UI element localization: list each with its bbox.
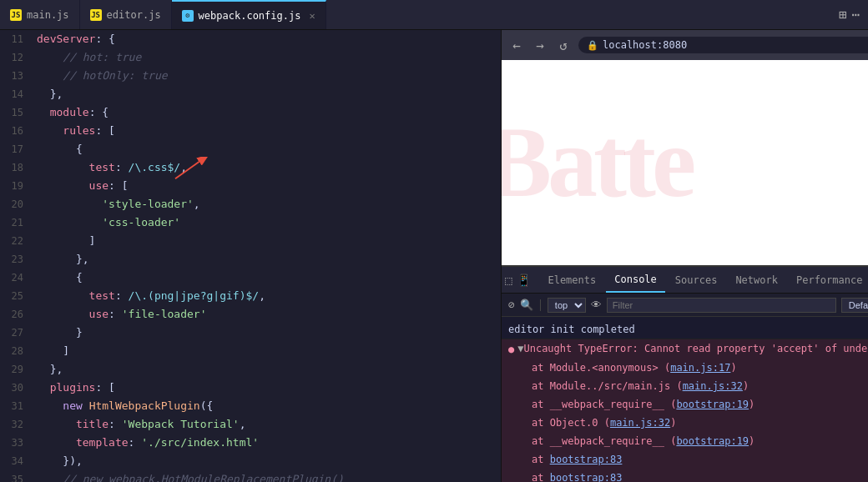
tab-console[interactable]: Console xyxy=(606,267,665,293)
line-content: test: /\.css$/, xyxy=(33,158,501,177)
filter-icon[interactable]: 🔍 xyxy=(520,299,533,311)
code-line-17: 17 { xyxy=(0,140,501,158)
clear-console-icon[interactable]: ⊘ xyxy=(508,299,515,311)
stack-line: at bootstrap:83 xyxy=(508,470,628,482)
line-number: 15 xyxy=(0,103,33,122)
code-editor[interactable]: 11devServer: {12 // hot: true13 // hotOn… xyxy=(0,30,501,482)
line-content: template: './src/index.html' xyxy=(33,434,501,452)
split-editor-icon[interactable]: ⊞ xyxy=(839,7,847,23)
line-content: }), xyxy=(33,452,501,470)
tab-elements[interactable]: Elements xyxy=(539,267,604,293)
separator xyxy=(540,299,541,311)
error-main-text: ▼Uncaught TypeError: Cannot read propert… xyxy=(517,341,868,356)
code-line-13: 13 // hotOnly: true xyxy=(0,67,501,85)
code-line-34: 34 }), xyxy=(0,452,501,470)
code-line-26: 26 use: 'file-loader' xyxy=(0,305,501,324)
console-msg-error: ●▼Uncaught TypeError: Cannot read proper… xyxy=(502,339,868,482)
website-preview: Batte xyxy=(502,60,868,265)
line-number: 23 xyxy=(0,250,33,269)
back-button[interactable]: ← xyxy=(508,37,525,53)
tab-webpack-config[interactable]: ⚙ webpack.config.js ✕ xyxy=(172,0,326,29)
url-bar[interactable]: 🔒 localhost:8080 xyxy=(578,37,868,53)
code-line-31: 31 new HtmlWebpackPlugin({ xyxy=(0,397,501,415)
forward-button[interactable]: → xyxy=(532,37,548,53)
line-number: 14 xyxy=(0,85,33,103)
line-number: 24 xyxy=(0,269,33,287)
close-tab-webpack[interactable]: ✕ xyxy=(309,10,315,22)
devtools-tabs: ⬚ 📱 Elements Console Sources Network Per… xyxy=(502,267,868,294)
line-content: rules: [ xyxy=(33,122,501,140)
line-content: }, xyxy=(33,85,501,103)
line-content: } xyxy=(33,324,501,342)
eye-icon[interactable]: 👁 xyxy=(591,299,602,311)
code-line-19: 19 use: [ xyxy=(0,177,501,195)
line-content: devServer: { xyxy=(33,30,501,48)
line-number: 20 xyxy=(0,195,33,213)
code-line-21: 21 'css-loader' xyxy=(0,213,501,232)
line-content: ] xyxy=(33,232,501,250)
inspect-icon[interactable]: ⬚ xyxy=(505,274,512,287)
line-number: 32 xyxy=(0,415,33,434)
lock-icon: 🔒 xyxy=(587,40,598,51)
line-content: // hot: true xyxy=(33,48,501,67)
console-msg-info: editor init completed xyxy=(502,320,868,339)
line-number: 18 xyxy=(0,158,33,177)
line-content: new HtmlWebpackPlugin({ xyxy=(33,397,501,415)
tab-label-webpack: webpack.config.js xyxy=(199,10,301,22)
tab-performance[interactable]: Performance xyxy=(788,267,868,293)
more-actions-icon[interactable]: ⋯ xyxy=(851,7,860,23)
stack-line: at __webpack_require__ (bootstrap:19) xyxy=(508,397,761,412)
brand-logo: Batte xyxy=(502,105,692,220)
js-icon-editor: JS xyxy=(90,9,102,21)
editor-panel: 11devServer: {12 // hot: true13 // hotOn… xyxy=(0,30,501,482)
config-icon: ⚙ xyxy=(182,10,194,22)
line-number: 27 xyxy=(0,324,33,342)
code-line-29: 29 }, xyxy=(0,360,501,379)
error-icon: ● xyxy=(508,342,514,357)
code-line-11: 11devServer: { xyxy=(0,30,501,48)
code-line-24: 24 { xyxy=(0,269,501,287)
code-line-30: 30 plugins: [ xyxy=(0,379,501,397)
line-number: 16 xyxy=(0,122,33,140)
url-text: localhost:8080 xyxy=(603,39,687,51)
stack-line: at Module../src/main.js (main.js:32) xyxy=(508,379,755,394)
line-number: 26 xyxy=(0,305,33,324)
reload-button[interactable]: ↺ xyxy=(555,37,572,53)
line-number: 25 xyxy=(0,287,33,305)
line-content: ] xyxy=(33,342,501,360)
code-line-25: 25 test: /\.(png|jpe?g|gif)$/, xyxy=(0,287,501,305)
code-line-22: 22 ] xyxy=(0,232,501,250)
devtools-panel: ⬚ 📱 Elements Console Sources Network Per… xyxy=(502,265,868,482)
line-content: 'style-loader', xyxy=(33,195,501,213)
line-number: 29 xyxy=(0,360,33,379)
js-icon-main: JS xyxy=(10,9,22,21)
tab-label-editor-js: editor.js xyxy=(107,9,161,21)
line-content: use: 'file-loader' xyxy=(33,305,501,324)
tab-sources[interactable]: Sources xyxy=(667,267,726,293)
code-line-20: 20 'style-loader', xyxy=(0,195,501,213)
tab-network[interactable]: Network xyxy=(727,267,786,293)
line-number: 13 xyxy=(0,67,33,85)
code-line-35: 35 // new webpack.HotModuleReplacementPl… xyxy=(0,470,501,482)
context-select[interactable]: top xyxy=(548,298,586,313)
code-line-23: 23 }, xyxy=(0,250,501,269)
code-line-33: 33 template: './src/index.html' xyxy=(0,434,501,452)
code-line-28: 28 ] xyxy=(0,342,501,360)
device-icon[interactable]: 📱 xyxy=(517,274,531,287)
filter-input[interactable] xyxy=(607,298,836,313)
stack-line: at __webpack_require__ (bootstrap:19) xyxy=(508,434,761,449)
line-number: 34 xyxy=(0,452,33,470)
info-text: editor init completed xyxy=(508,322,868,337)
error-main: ●▼Uncaught TypeError: Cannot read proper… xyxy=(508,341,868,357)
line-content: test: /\.(png|jpe?g|gif)$/, xyxy=(33,287,501,305)
console-output[interactable]: editor init completed●▼Uncaught TypeErro… xyxy=(502,317,868,482)
tab-main-js[interactable]: JS main.js xyxy=(0,0,80,29)
tab-actions: ⊞ ⋯ xyxy=(839,7,868,23)
line-number: 17 xyxy=(0,140,33,158)
tab-editor-js[interactable]: JS editor.js xyxy=(80,0,172,29)
line-content: }, xyxy=(33,250,501,269)
line-content: // hotOnly: true xyxy=(33,67,501,85)
line-content: title: 'Webpack Tutorial', xyxy=(33,415,501,434)
line-content: // new webpack.HotModuleReplacementPlugi… xyxy=(33,470,501,482)
level-select[interactable]: Default levels xyxy=(841,298,868,313)
